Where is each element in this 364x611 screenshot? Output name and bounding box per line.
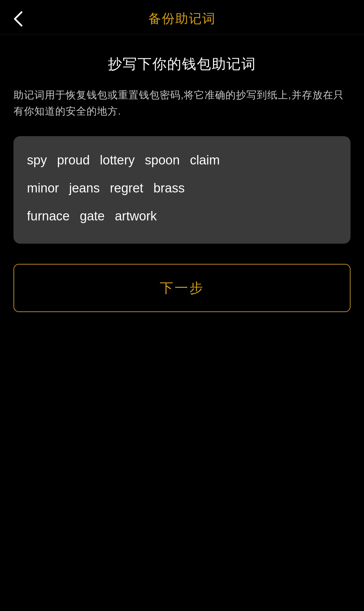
main-content: 抄写下你的钱包助记词 助记词用于恢复钱包或重置钱包密码,将它准确的抄写到纸上,并…: [0, 34, 364, 326]
header: 备份助记词: [0, 0, 364, 34]
mnemonic-row-3: furnace gate artwork: [27, 209, 337, 223]
back-icon: [13, 11, 23, 27]
mnemonic-row-2: minor jeans regret brass: [27, 181, 337, 195]
mnemonic-word-9: brass: [153, 181, 185, 195]
page-title: 备份助记词: [10, 10, 354, 27]
back-button[interactable]: [10, 7, 26, 30]
mnemonic-word-4: spoon: [145, 153, 180, 167]
mnemonic-row-1: spy proud lottery spoon claim: [27, 153, 337, 167]
next-button[interactable]: 下一步: [13, 264, 351, 312]
description-text: 助记词用于恢复钱包或重置钱包密码,将它准确的抄写到纸上,并存放在只有你知道的安全…: [13, 87, 351, 119]
mnemonic-word-12: artwork: [115, 209, 157, 223]
mnemonic-word-1: spy: [27, 153, 47, 167]
mnemonic-word-2: proud: [57, 153, 90, 167]
mnemonic-word-5: claim: [190, 153, 220, 167]
mnemonic-word-8: regret: [110, 181, 143, 195]
mnemonic-word-11: gate: [80, 209, 105, 223]
mnemonic-word-7: jeans: [69, 181, 100, 195]
mnemonic-word-6: minor: [27, 181, 59, 195]
mnemonic-box: spy proud lottery spoon claim minor jean…: [13, 136, 351, 244]
section-title: 抄写下你的钱包助记词: [13, 55, 351, 73]
mnemonic-word-3: lottery: [100, 153, 134, 167]
mnemonic-word-10: furnace: [27, 209, 70, 223]
